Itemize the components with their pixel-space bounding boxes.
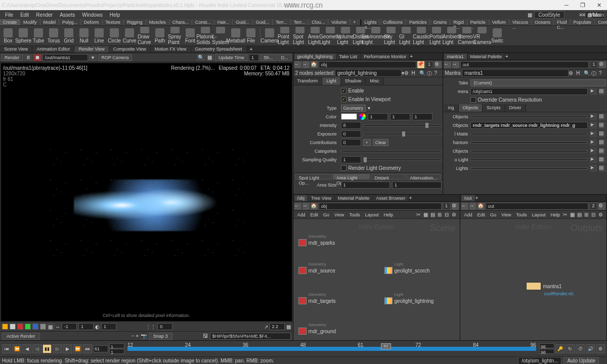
node-menu-add[interactable]: Add (462, 212, 474, 218)
node-mantra1[interactable]: mantra1coolRender.v0. (526, 282, 562, 290)
subtab-distant[interactable]: Distant Light... (371, 174, 405, 179)
node-tool-icon[interactable]: ✂ (563, 212, 569, 218)
shelf-tab[interactable]: Fluid C... (554, 19, 571, 25)
shelf-tab[interactable]: Hair... (214, 19, 233, 25)
sel-name[interactable]: geolight_lightning (335, 69, 402, 77)
step-fwd-icon[interactable]: ▶ (63, 344, 72, 353)
add-tab-4[interactable]: + (475, 195, 479, 201)
intensity-slider[interactable] (363, 124, 442, 126)
node-menu-view[interactable]: View (332, 212, 346, 218)
minimize-button[interactable]: ─ (560, 1, 573, 9)
enable-checkbox[interactable]: ✓ (341, 88, 346, 94)
fwd-icon-2[interactable]: → (452, 61, 459, 68)
range-end[interactable]: 96 (539, 349, 554, 354)
color-wheel-icon[interactable] (359, 113, 366, 120)
shelf-tab[interactable]: Particle ... (467, 19, 489, 25)
color-b[interactable]: 1 (412, 113, 432, 120)
node-geolight_scorch[interactable]: Lightgeolight_scorch (384, 267, 430, 274)
menu-icon[interactable]: ▤ (599, 156, 606, 163)
back-icon[interactable]: ← (294, 61, 301, 68)
mantra-row-value[interactable] (470, 142, 588, 144)
vp-val-2[interactable]: 1 (78, 323, 94, 330)
add-pane-tab[interactable]: + (247, 46, 256, 53)
mantra-row-value[interactable] (470, 167, 588, 169)
pane-tab[interactable]: Render View (74, 46, 109, 53)
shelf-tool-environment-light[interactable]: Environment Light (369, 27, 383, 45)
menu-icon[interactable]: ▤ (599, 165, 606, 172)
gear-icon[interactable]: ⚙ (435, 61, 442, 68)
h-icon-2[interactable]: H (576, 70, 582, 76)
arrow-icon[interactable]: ➤ (590, 139, 597, 146)
shelf-tab[interactable]: + (350, 19, 359, 25)
color-box-5[interactable] (32, 324, 38, 330)
h-icon[interactable]: H (412, 70, 418, 76)
shelf-tool-grid[interactable]: Grid (62, 27, 76, 45)
rop-camera[interactable]: ROP Camera (98, 54, 133, 61)
timeline-track[interactable]: 1224364861728496 61 (127, 344, 536, 353)
shelf-tool-path[interactable]: Path (153, 27, 167, 45)
exposure-value[interactable]: 0 (341, 130, 361, 138)
node2-path[interactable]: out (486, 203, 588, 210)
node-tool-icon[interactable]: ⊞ (438, 212, 444, 218)
shelf-tool-gi-light[interactable]: GI Light (399, 27, 413, 45)
shelf-tab[interactable]: Modify (20, 19, 40, 25)
pane-tab[interactable]: Motion FX View (151, 46, 191, 53)
shelf-tab[interactable]: Volume (328, 19, 350, 25)
menu-help[interactable]: Help (107, 11, 123, 19)
shelf-tool-volume-light[interactable]: Volume Light (338, 27, 353, 45)
vp-val-3[interactable]: 1 (101, 323, 116, 330)
shelf-tool-camera[interactable]: Camera (263, 27, 277, 45)
maximize-button[interactable]: ❐ (577, 1, 589, 9)
pane-tab[interactable]: Animation Editor (32, 46, 74, 53)
enable-vp-checkbox[interactable]: ✓ (341, 97, 346, 102)
menu-icon[interactable]: ▤ (599, 148, 606, 155)
mantra-row-value[interactable]: rndr_targets rndr_source rndr_lightning … (470, 122, 588, 129)
shelf-tab[interactable]: Texture (103, 19, 124, 25)
node1-path[interactable]: obj (319, 203, 442, 210)
areasize-y[interactable]: 1 (392, 181, 442, 189)
help-icon-2[interactable]: ? (599, 70, 605, 76)
shelf-tab[interactable]: Populate (571, 19, 595, 25)
step-back-icon[interactable]: ◀ (22, 344, 31, 353)
node-menu-tools[interactable]: Tools (514, 212, 529, 218)
shelf-tool-sky-light[interactable]: Sky Light (384, 27, 398, 45)
vp-gamma[interactable]: 2.2 (270, 323, 285, 330)
color-box-1[interactable] (2, 324, 8, 330)
grid-icon[interactable]: ▦ (48, 324, 54, 330)
info-icon[interactable]: ⓘ (427, 70, 433, 76)
arrow-icon[interactable]: ➤ (590, 165, 597, 172)
shelf-tool-torus[interactable]: Torus (47, 27, 61, 45)
mantra-row-value[interactable] (470, 116, 588, 118)
status-path[interactable]: /obj/sim_lightn... (518, 357, 561, 365)
play-fwd-icon[interactable]: ▷ (53, 344, 62, 353)
tab-matpal2[interactable]: Material Palette (335, 195, 373, 201)
areasize-x[interactable]: 1 (341, 181, 391, 189)
menu-file[interactable]: File (2, 11, 16, 19)
home-icon[interactable]: 🏠 (311, 61, 318, 68)
back-icon-4[interactable]: ← (461, 203, 468, 210)
shelf-tab[interactable]: Guid... (233, 19, 253, 25)
arrow-icon[interactable]: ➤ (590, 130, 597, 138)
shelf-set-2[interactable]: ✕ ▦ Main (582, 12, 604, 18)
update-time[interactable]: Update Time (215, 54, 248, 61)
shelf-tool-font[interactable]: Font (183, 27, 197, 45)
audio-icon[interactable]: 🔊 (586, 344, 595, 353)
shelf-tool-point-light[interactable]: Point Light (278, 27, 292, 45)
search-icon[interactable]: 🔍 (419, 70, 425, 76)
snap-button[interactable]: Snap 3 (149, 333, 172, 340)
node-tool-icon[interactable]: ⊟ (445, 212, 451, 218)
node-menu-tools[interactable]: Tools (347, 212, 362, 218)
realtime-icon[interactable]: ⏱ (576, 344, 585, 353)
node-menu-help[interactable]: Help (381, 212, 395, 218)
timeline-cursor[interactable]: 61 (381, 343, 391, 349)
node-menu-edit[interactable]: Edit (309, 212, 321, 218)
tab-shadow[interactable]: Shadow (341, 77, 366, 85)
tab-out[interactable]: /out (461, 195, 475, 201)
shelf-tool-switc[interactable]: Switc (490, 27, 504, 45)
info-icon-2[interactable]: ⓘ (591, 70, 597, 76)
gear-icon-2[interactable]: ⚙ (599, 61, 606, 68)
shelf-tool-line[interactable]: Line (92, 27, 106, 45)
shelf-tool-file[interactable]: File (244, 27, 258, 45)
color-box-2[interactable] (10, 324, 16, 330)
tab-ing[interactable]: ing (444, 104, 459, 112)
